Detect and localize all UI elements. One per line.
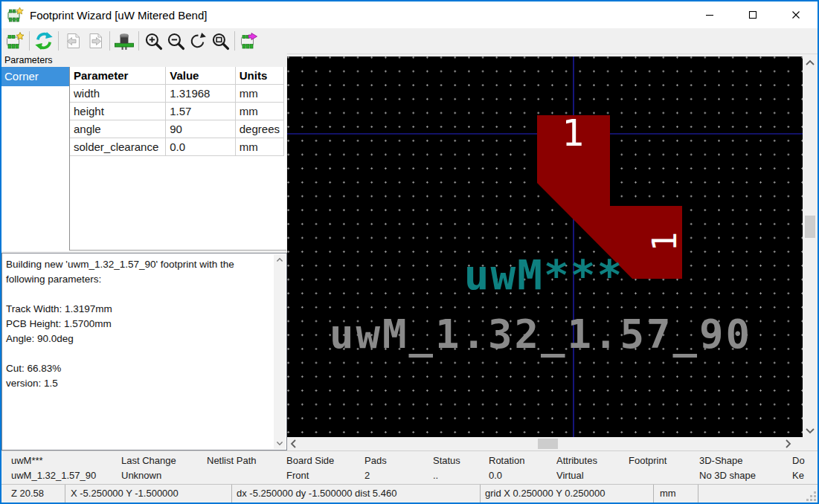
- coordinate-cell: mm: [654, 485, 698, 503]
- param-cell: angle: [70, 120, 166, 138]
- param-row: height1.57mm: [70, 103, 284, 120]
- parameter-table: ParameterValueUnits width1.31968mmheight…: [70, 67, 284, 156]
- param-cell: solder_clearance: [70, 138, 166, 156]
- param-cell: mm: [235, 85, 283, 103]
- scroll-down-icon[interactable]: [803, 424, 818, 437]
- coordinates-status-bar: Z 20.58X -5.250000 Y -1.500000dx -5.2500…: [1, 484, 818, 503]
- info-field: Status..: [433, 451, 489, 485]
- pad1-number: 1: [562, 112, 584, 155]
- canvas-horizontal-scrollbar[interactable]: [287, 437, 803, 450]
- previous-page-button[interactable]: [62, 30, 84, 52]
- next-page-button[interactable]: [84, 30, 106, 52]
- info-field: Pads2: [364, 451, 433, 485]
- parameters-caption: Parameters: [1, 54, 287, 67]
- info-field: Last ChangeUnknown: [121, 451, 207, 485]
- export-footprint-icon: [240, 32, 258, 50]
- canvas-vertical-scrollbar[interactable]: [803, 56, 818, 437]
- param-value-cell[interactable]: 0.0: [166, 138, 236, 156]
- param-column-header: Units: [235, 67, 283, 85]
- param-cell: height: [70, 103, 166, 120]
- zoom-out-button[interactable]: [164, 30, 187, 52]
- footprint-wizard-select-button[interactable]: [4, 30, 26, 52]
- message-line: PCB Height: 1.5700mm: [6, 317, 272, 332]
- coordinate-cell: dx -5.250000 dy -1.500000 dist 5.460: [232, 485, 481, 503]
- scroll-right-icon[interactable]: [782, 437, 794, 450]
- message-line: [6, 346, 272, 361]
- zoom-in-icon: [144, 32, 163, 51]
- param-value-cell[interactable]: 90: [166, 120, 236, 138]
- wizard-page-item[interactable]: Corner: [1, 67, 69, 86]
- param-column-header: Value: [166, 67, 236, 85]
- message-line: Building new 'uwm_1.32_1.57_90' footprin…: [6, 257, 272, 272]
- close-icon: [791, 10, 800, 19]
- param-row: solder_clearance0.0mm: [70, 138, 284, 156]
- info-field: uwM***uwM_1.32_1.57_90: [1, 451, 121, 485]
- reload-footprint-button[interactable]: [33, 30, 55, 52]
- toolbar-separator: [29, 31, 30, 51]
- pad-settings-icon: [115, 31, 134, 51]
- param-cell: mm: [235, 138, 283, 156]
- export-footprint-button[interactable]: [238, 30, 260, 52]
- param-cell: width: [70, 85, 166, 103]
- message-line: [6, 287, 272, 302]
- message-line: Cut: 66.83%: [6, 361, 272, 376]
- minimize-button[interactable]: [688, 1, 731, 28]
- footprint-info-bar: uwM***uwM_1.32_1.57_90Last ChangeUnknown…: [1, 450, 818, 485]
- toolbar-separator: [58, 31, 59, 51]
- zoom-fit-button[interactable]: [209, 30, 231, 52]
- zoom-in-button[interactable]: [142, 30, 164, 52]
- param-cell: mm: [235, 103, 283, 120]
- horizontal-scroll-thumb[interactable]: [538, 439, 558, 449]
- coordinate-cell: [698, 485, 818, 503]
- scroll-down-icon[interactable]: [274, 437, 286, 449]
- coordinate-cell: Z 20.58: [1, 485, 65, 503]
- message-line: Angle: 90.0deg: [6, 332, 272, 346]
- info-field: Board SideFront: [286, 451, 364, 485]
- message-scrollbar[interactable]: [274, 254, 286, 449]
- redraw-icon: [189, 32, 208, 51]
- param-row: angle90degrees: [70, 120, 284, 138]
- zoom-fit-icon: [211, 32, 230, 51]
- info-field: Rotation0.0: [489, 451, 556, 485]
- param-header-row: ParameterValueUnits: [70, 67, 284, 85]
- info-field: AttributesVirtual: [556, 451, 629, 485]
- vertical-scroll-thumb[interactable]: [805, 216, 815, 238]
- reference-text: uwM***: [464, 251, 623, 299]
- info-field: Footprint: [629, 451, 699, 485]
- coordinate-cell: X -5.250000 Y -1.500000: [65, 485, 232, 503]
- coordinate-cell: grid X 0.250000 Y 0.250000: [481, 485, 654, 503]
- footprint-wizard-icon: [6, 32, 24, 50]
- scroll-left-icon[interactable]: [287, 437, 300, 450]
- param-cell: degrees: [235, 120, 283, 138]
- message-pane: Building new 'uwm_1.32_1.57_90' footprin…: [1, 253, 287, 450]
- redraw-view-button[interactable]: [187, 30, 209, 52]
- toolbar-separator: [109, 31, 110, 51]
- pad-settings-button[interactable]: [113, 30, 135, 52]
- maximize-button[interactable]: [731, 1, 774, 28]
- message-line: Track Width: 1.3197mm: [6, 302, 272, 317]
- scroll-up-icon[interactable]: [803, 56, 818, 69]
- toolbar-separator: [138, 31, 139, 51]
- page-back-icon: [64, 32, 82, 50]
- message-line: following parameters:: [6, 272, 272, 287]
- resize-grip[interactable]: [807, 492, 816, 501]
- wizard-page-list: Corner: [1, 67, 69, 251]
- parameter-table-pane: ParameterValueUnits width1.31968mmheight…: [69, 67, 286, 251]
- scroll-up-icon[interactable]: [274, 254, 286, 266]
- footprint-drawing: 1 1 uwM*** uwM_1.32_1.57_90: [287, 56, 803, 437]
- toolbar: [1, 28, 818, 54]
- param-value-cell[interactable]: 1.31968: [166, 85, 236, 103]
- footprint-canvas[interactable]: 1 1 uwM*** uwM_1.32_1.57_90: [287, 56, 803, 437]
- reload-icon: [34, 31, 54, 51]
- pad2-number: 1: [646, 232, 684, 252]
- window-title: Footprint Wizard [uW Mitered Bend]: [30, 9, 207, 22]
- message-line: version: 1.5: [6, 376, 272, 391]
- app-footprint-icon: [7, 7, 24, 23]
- maximize-icon: [748, 10, 757, 19]
- build-message: Building new 'uwm_1.32_1.57_90' footprin…: [6, 257, 272, 391]
- info-field: 3D-ShapeNo 3D shape: [699, 451, 792, 485]
- info-field: DoKe: [792, 451, 818, 485]
- param-value-cell[interactable]: 1.57: [166, 103, 236, 120]
- zoom-out-icon: [167, 32, 185, 51]
- close-button[interactable]: [774, 1, 818, 28]
